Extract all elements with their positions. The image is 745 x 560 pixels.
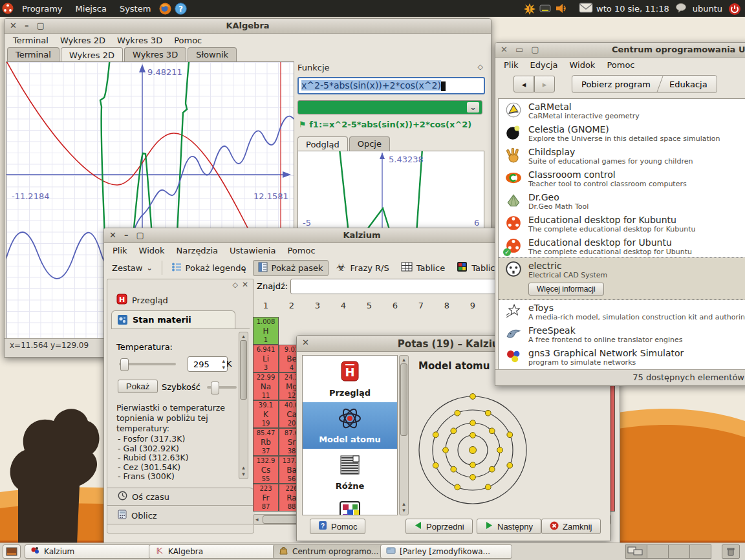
- sidebar-item-os-czasu[interactable]: Oś czasu: [107, 488, 255, 506]
- potas-sidebar-scrollbar[interactable]: ▴ ▴ ▾: [399, 355, 409, 515]
- menu-item-narz-dzia[interactable]: Narzędzia: [171, 244, 224, 257]
- menu-item-wykres-2d[interactable]: Wykres 2D: [54, 34, 111, 47]
- task-button-kalgebra[interactable]: 𝕂KAlgebra: [149, 544, 279, 559]
- function-input[interactable]: x^2-5*abs(sin(x))+2*cos(x^2): [297, 77, 485, 94]
- app-row-classrooom-control[interactable]: Classrooom controlTeacher tool to contro…: [499, 167, 745, 189]
- sidebar-item-oblicz[interactable]: Oblicz: [107, 507, 255, 524]
- menu-item-widok[interactable]: Widok: [563, 58, 601, 72]
- warning-notification-icon[interactable]: !: [523, 3, 535, 14]
- app-row-gns3-graphical-network-simulator[interactable]: gns3 Graphical Network Simulatorprogram …: [499, 345, 745, 368]
- poprzedni-button[interactable]: Poprzedni: [405, 519, 473, 534]
- workspace-2[interactable]: [647, 544, 669, 559]
- tab-wykres-3d[interactable]: Wykres 3D: [124, 47, 186, 61]
- app-row-educational-desktop-for-kubuntu[interactable]: Educational desktop for KubuntuThe compl…: [499, 212, 745, 235]
- forward-button[interactable]: ▸: [534, 76, 555, 92]
- element-cell-na[interactable]: 22.99Na11: [253, 372, 279, 400]
- help-icon[interactable]: ?: [175, 3, 186, 14]
- function-color-combo[interactable]: ⌄: [297, 100, 482, 114]
- dock-float-icon[interactable]: ◇: [478, 63, 483, 71]
- element-cell-rb[interactable]: 85.47Rb37: [253, 428, 279, 456]
- task-button--parley-zmodyfikowa-[interactable]: [Parley [zmodyfikowa...: [380, 544, 512, 559]
- app-row-electric[interactable]: electricElectrical CAD SystemWięcej info…: [499, 257, 745, 300]
- app-row-childsplay[interactable]: ChildsplaySuite of educational games for…: [499, 144, 745, 167]
- toolbar-button-frazy-r-s[interactable]: ☣Frazy R/S: [330, 259, 394, 277]
- spinner-arrows-icon[interactable]: ▴▾: [222, 358, 225, 371]
- toolbar-button-poka-legend-[interactable]: Pokaż legendę: [166, 260, 252, 276]
- breadcrumb-item-edukacja[interactable]: Edukacja: [660, 80, 717, 89]
- element-cell-cs[interactable]: 132.9Cs55: [253, 456, 279, 484]
- app-row-freespeak[interactable]: FreeSpeakA free frontend to online trans…: [499, 323, 745, 345]
- task-button-kalzium[interactable]: Kalzium: [25, 544, 155, 559]
- mail-envelope-icon[interactable]: [579, 3, 590, 14]
- temperature-spinbox[interactable]: 295 ▴▾: [188, 356, 228, 372]
- dock-scrollbar[interactable]: ▴ ▴ ▾: [239, 332, 248, 479]
- app-row-etoys[interactable]: eToysA media-rich model, simulation cons…: [499, 300, 745, 323]
- dock-float-icon[interactable]: ◇: [233, 281, 238, 289]
- zamknij-button[interactable]: Zamknij: [541, 519, 601, 534]
- user-menu[interactable]: ubuntu: [689, 4, 726, 14]
- ubuntu-logo-icon[interactable]: [2, 3, 14, 14]
- menu-item-edycja[interactable]: Edycja: [524, 58, 564, 72]
- toolbar-button-zestaw[interactable]: Zestaw⌄: [107, 261, 158, 275]
- dock-close-icon[interactable]: ✕: [242, 280, 248, 289]
- dialog-nav-przegl-d[interactable]: HPrzegląd: [303, 356, 397, 402]
- me-menu-bubble-icon[interactable]: [675, 3, 687, 14]
- dialog-nav-izotopy[interactable]: Izotopy: [303, 495, 397, 515]
- element-cell-k[interactable]: 39.1K19: [253, 400, 279, 428]
- app-row-carmetal[interactable]: CaRMetalCaRMetal interactive geometry: [499, 99, 745, 122]
- pomoc-button[interactable]: ?Pomoc: [310, 519, 365, 534]
- power-button-icon[interactable]: [728, 3, 740, 14]
- menu-miejsca[interactable]: Miejsca: [69, 1, 113, 16]
- toolbar-button-poka-pasek[interactable]: Pokaż pasek: [253, 260, 329, 276]
- temperature-slider-handle[interactable]: [120, 358, 129, 371]
- menu-item-plik[interactable]: Plik: [498, 58, 524, 72]
- element-cell-h[interactable]: 1.008H1: [253, 317, 279, 345]
- volume-icon[interactable]: [554, 3, 566, 14]
- app-row-celestia-gnome-[interactable]: Celestia (GNOME)Explore the Universe in …: [499, 122, 745, 144]
- speed-slider-handle[interactable]: [211, 382, 219, 394]
- clock[interactable]: wto 10 sie, 11:18: [592, 4, 673, 14]
- workspace-3[interactable]: [669, 544, 690, 559]
- element-cell-li[interactable]: 6.941Li3: [253, 345, 279, 372]
- sidebar-item-przeglad[interactable]: H Przegląd: [116, 294, 168, 307]
- centrum-titlebar[interactable]: ✕ ▭ ▢ Centrum oprogramowania Ubuntu: [495, 43, 745, 58]
- dialog-nav-r-ne[interactable]: Różne: [303, 449, 397, 495]
- menu-item-wykres-3d[interactable]: Wykres 3D: [111, 34, 168, 47]
- dialog-nav-model-atomu[interactable]: Model atomu: [303, 402, 397, 449]
- firefox-icon[interactable]: [159, 3, 171, 14]
- workspace-switcher[interactable]: [625, 544, 711, 559]
- tab-opcje[interactable]: Opcje: [349, 136, 390, 151]
- sidebar-item-stan-materii[interactable]: Stan materii: [111, 310, 235, 329]
- menu-item-pomoc[interactable]: Pomoc: [601, 58, 640, 72]
- workspace-1[interactable]: [625, 544, 647, 559]
- show-button[interactable]: Pokaż: [118, 380, 158, 393]
- function-definition[interactable]: ⚑ f1:=x^2-5*abs(sin(x))+2*cos(x^2): [299, 120, 471, 129]
- menu-item-widok[interactable]: Widok: [133, 244, 171, 257]
- app-row-dr-geo[interactable]: Dr.GeoDr.Geo Math Tool: [499, 189, 745, 212]
- chevron-down-icon[interactable]: ⌄: [467, 102, 479, 113]
- workspace-4[interactable]: [690, 544, 711, 559]
- menu-item-terminal[interactable]: Terminal: [7, 34, 54, 47]
- menu-item-plik[interactable]: Plik: [107, 244, 133, 257]
- task-button-centrum-oprogramo-[interactable]: Centrum oprogramo...: [273, 544, 387, 559]
- menu-programy[interactable]: Programy: [16, 1, 69, 16]
- trash-applet[interactable]: [722, 544, 740, 559]
- menu-item-pomoc[interactable]: Pomoc: [168, 34, 208, 47]
- app-row-educational-desktop-for-ubuntu[interactable]: ✓Educational desktop for UbuntuThe compl…: [499, 235, 745, 257]
- menu-item-ustawienia[interactable]: Ustawienia: [224, 244, 281, 257]
- kalgebra-titlebar[interactable]: ✕ – ▢ KAlgebra: [5, 19, 491, 34]
- toolbar-button-tablice[interactable]: Tablice: [396, 260, 450, 275]
- show-desktop-button[interactable]: [3, 544, 21, 559]
- menu-item-pomoc[interactable]: Pomoc: [281, 244, 321, 257]
- network-icon[interactable]: [539, 3, 550, 14]
- element-cell-fr[interactable]: 223Fr87: [253, 484, 279, 512]
- następny-button[interactable]: Następny: [477, 519, 541, 534]
- tab-wykres-2d[interactable]: Wykres 2D: [61, 47, 123, 62]
- breadcrumb-item-pobierz[interactable]: Pobierz program: [572, 80, 660, 89]
- tab-terminal[interactable]: Terminal: [7, 47, 59, 61]
- tab-s-ownik[interactable]: Słownik: [188, 47, 237, 61]
- menu-system[interactable]: System: [113, 1, 157, 16]
- more-info-button[interactable]: Więcej informacji: [528, 283, 604, 296]
- back-button[interactable]: ◂: [513, 76, 534, 92]
- tab-podgl-d[interactable]: Podgląd: [297, 136, 348, 151]
